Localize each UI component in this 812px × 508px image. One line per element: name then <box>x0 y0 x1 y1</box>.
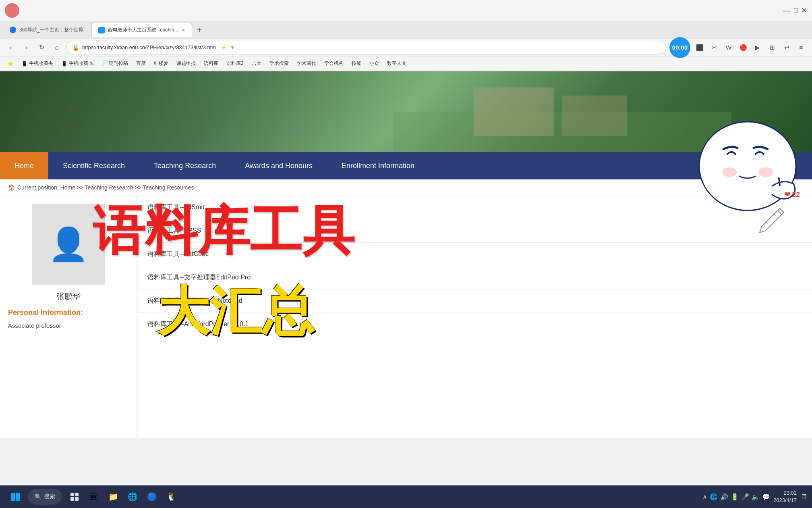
taskbar-search-bar[interactable]: 🔍 搜索 <box>28 489 62 505</box>
bookmark-corpus2[interactable]: 语料库2 <box>223 59 247 68</box>
like-count-badge: ❤ 22 <box>784 190 800 199</box>
tab-close-faculty[interactable]: ✕ <box>181 27 185 33</box>
forward-button[interactable]: › <box>20 42 32 54</box>
nav-enrollment[interactable]: Enrollment Information <box>327 152 429 179</box>
bookmark-scholar-search[interactable]: 学术搜索 <box>266 59 292 68</box>
bookmark-mobile[interactable]: 📱 手机收藏 知 <box>58 59 98 68</box>
toolbar-btn-scissors[interactable]: ✂ <box>708 42 720 54</box>
bookmark-project[interactable]: 课题申报 <box>173 59 199 68</box>
list-item-5[interactable]: 语料库工具--AntWordProfiler v2.0.1 <box>138 313 812 336</box>
like-count: 22 <box>792 191 800 199</box>
time-display[interactable]: 23:02 2023/4/17 <box>773 489 797 504</box>
taskbar-app-browser-edge[interactable]: 🌐 <box>124 488 141 506</box>
taskbar-app-task[interactable] <box>66 488 83 506</box>
nav-scientific-label: Scientific Research <box>63 162 125 170</box>
url-dropdown-icon: ▼ <box>230 45 235 50</box>
task-view-icon <box>70 492 79 501</box>
toolbar-btn-3[interactable]: W <box>723 42 735 54</box>
list-item-2[interactable]: 语料库工具--AntConc <box>138 243 812 266</box>
svg-rect-8 <box>11 497 15 501</box>
list-item-1[interactable]: 语料库工具--SPSS <box>138 219 812 243</box>
bookmark-skill[interactable]: 技能 <box>348 59 365 68</box>
nav-awards-label: Awards and Honours <box>245 162 313 170</box>
page-wrapper: Home Scientific Research Teaching Resear… <box>0 71 812 438</box>
url-power-icon: ⚡ <box>221 45 227 50</box>
taskbar: 🔍 搜索 🏛 📁 🌐 🔵 🐧 ∧ 🌐 <box>0 485 812 508</box>
heart-icon: ❤ <box>784 190 790 199</box>
bookmark-star-icon[interactable]: ⭐ <box>4 60 17 67</box>
show-desktop-btn[interactable]: 🖥 <box>800 493 807 501</box>
svg-rect-2 <box>562 96 627 136</box>
bookmark-jida[interactable]: 吉大 <box>249 59 265 68</box>
bookmark-org[interactable]: 学会机构 <box>321 59 347 68</box>
toolbar-btn-history[interactable]: ↩ <box>781 42 793 54</box>
toolbar-btn-youtube[interactable]: ▶ <box>752 42 764 54</box>
main-layout: 👤 张鹏华 Personal Information: Associate pr… <box>0 196 812 438</box>
mascot-svg <box>691 114 804 214</box>
url-bar[interactable]: 🔒 https://faculty.xidian.edu.cn/ZPH/en/j… <box>66 41 666 54</box>
system-tray: ∧ 🌐 🔊 🔋 🎤 🔈 💬 <box>702 493 770 501</box>
tab-faculty[interactable]: 西电教师个人主页系统 Teachin... ✕ <box>91 23 193 37</box>
profile-name: 张鹏华 <box>8 291 128 302</box>
nav-scientific-research[interactable]: Scientific Research <box>48 152 139 179</box>
taskbar-app-icons: 🏛 📁 🌐 🔵 🐧 <box>66 488 180 506</box>
bookmark-journal[interactable]: 📄期刊投稿 <box>99 59 131 68</box>
list-item-3[interactable]: 语料库工具--文字处理器EditPad Pro <box>138 266 812 289</box>
nav-awards[interactable]: Awards and Honours <box>230 152 327 179</box>
content-area: 语料库工具--TdSmit 语料库工具--SPSS 语料库工具--AntConc… <box>138 196 812 438</box>
tab-favicon-360 <box>10 27 16 33</box>
bookmark-scholar-write[interactable]: 学术写作 <box>294 59 319 68</box>
svg-rect-10 <box>70 493 74 496</box>
nav-teaching-research[interactable]: Teaching Research <box>139 152 230 179</box>
window-close-btn[interactable]: ✕ <box>801 6 807 15</box>
toolbar-btn-4[interactable]: 🔴 <box>737 42 749 54</box>
hero-banner <box>0 71 812 152</box>
bookmark-niche[interactable]: 小众 <box>366 59 382 68</box>
address-bar: ‹ › ↻ ⌂ 🔒 https://faculty.xidian.edu.cn/… <box>0 39 812 56</box>
toolbar-btn-grid[interactable]: ⊞ <box>766 42 778 54</box>
tray-battery-icon[interactable]: 🔋 <box>731 493 739 501</box>
bookmark-dream[interactable]: 红楼梦 <box>151 59 172 68</box>
bookmark-baidu[interactable]: 百度 <box>133 59 149 68</box>
list-item-4[interactable]: 语料库工具--文本编辑器 Notepad <box>138 289 812 313</box>
window-maximize-btn[interactable]: □ <box>794 7 798 14</box>
toolbar-btn-1[interactable]: ⬛ <box>694 42 706 54</box>
tray-network-icon[interactable]: 🌐 <box>710 493 718 501</box>
back-button[interactable]: ‹ <box>5 42 17 54</box>
browser-chrome: — □ ✕ 360导航_一个主页，整个世界 西电教师个人主页系统 Teachin… <box>0 0 812 71</box>
tab-title-360: 360导航_一个主页，整个世界 <box>19 27 83 33</box>
home-button[interactable]: ⌂ <box>51 42 63 54</box>
svg-rect-13 <box>75 497 79 501</box>
bookmarks-bar: ⭐ 📱 手机收藏夹 📱 手机收藏 知 📄期刊投稿 百度 红楼梦 课题申报 语料库… <box>0 56 812 71</box>
reload-button[interactable]: ↻ <box>35 42 48 54</box>
toolbar-menu[interactable]: ≡ <box>795 42 807 54</box>
bookmark-mobile-fav[interactable]: 📱 手机收藏夹 <box>18 59 56 68</box>
url-text: https://faculty.xidian.edu.cn/ZPH/en/jxz… <box>82 44 216 50</box>
tray-speaker-icon[interactable]: 🔈 <box>752 493 760 501</box>
tray-volume-icon[interactable]: 🔊 <box>720 493 728 501</box>
nav-home[interactable]: Home <box>0 152 48 179</box>
svg-rect-12 <box>70 497 74 501</box>
taskbar-app-lighthouse[interactable]: 🏛 <box>85 488 103 506</box>
home-icon: 🏠 <box>8 184 15 191</box>
bookmark-corpus1[interactable]: 语料库 <box>201 59 222 68</box>
tab-title-faculty: 西电教师个人主页系统 Teachin... <box>108 27 178 33</box>
start-button[interactable] <box>5 486 26 507</box>
tray-qq-icon[interactable]: 💬 <box>762 493 770 501</box>
tabs-bar: 360导航_一个主页，整个世界 西电教师个人主页系统 Teachin... ✕ … <box>0 21 812 39</box>
user-avatar <box>5 3 19 18</box>
svg-rect-11 <box>75 493 79 496</box>
svg-rect-1 <box>474 87 554 136</box>
svg-rect-6 <box>11 493 15 497</box>
tab-favicon-faculty <box>98 27 105 33</box>
taskbar-app-qq[interactable]: 🐧 <box>162 488 180 506</box>
tray-chevron[interactable]: ∧ <box>702 493 707 501</box>
new-tab-button[interactable]: + <box>194 24 205 35</box>
tray-mic-icon[interactable]: 🎤 <box>741 493 749 501</box>
taskbar-app-ie[interactable]: 🔵 <box>143 488 161 506</box>
tab-360[interactable]: 360导航_一个主页，整个世界 <box>3 23 90 37</box>
taskbar-app-files[interactable]: 📁 <box>104 488 122 506</box>
window-minimize-btn[interactable]: — <box>783 6 791 15</box>
bookmark-dh[interactable]: 数字人文 <box>384 59 410 68</box>
svg-rect-9 <box>16 497 20 501</box>
